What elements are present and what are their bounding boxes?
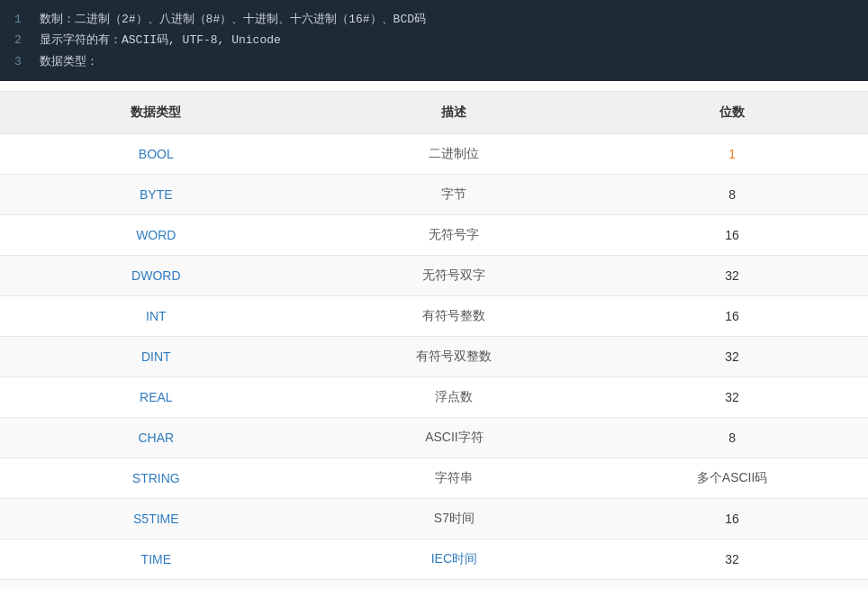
cell-desc: ASCII字符 xyxy=(312,418,597,458)
col-header-bits: 位数 xyxy=(596,92,868,134)
cell-type: CHAR xyxy=(0,418,312,458)
cell-type: DINT xyxy=(0,337,312,377)
cell-bits: 32 xyxy=(596,539,868,580)
cell-bits: 多个ASCII码 xyxy=(596,458,868,499)
cell-desc: 无符号字 xyxy=(312,215,597,256)
cell-bits: 32 xyxy=(596,337,868,377)
code-line-3: 3 数据类型： xyxy=(14,51,854,72)
code-text-2: 显示字符的有：ASCII码, UTF-8, Unicode xyxy=(40,30,281,50)
table-row: BOOL二进制位1 xyxy=(0,134,868,175)
cell-type: TIME xyxy=(0,539,312,580)
cell-desc: 有符号整数 xyxy=(312,296,597,337)
table-row: REAL浮点数32 xyxy=(0,377,868,418)
cell-bits: 32 xyxy=(596,256,868,296)
cell-type: BOOL xyxy=(0,134,312,175)
cell-desc: IEC时间 xyxy=(312,539,597,580)
col-header-type: 数据类型 xyxy=(0,92,312,134)
line-number-2: 2 xyxy=(14,30,29,50)
line-number-3: 3 xyxy=(14,51,29,72)
cell-desc: 无符号双字 xyxy=(312,256,597,296)
cell-desc: IEC日期 xyxy=(312,580,597,589)
table-row: DWORD无符号双字32 xyxy=(0,256,868,296)
table-row: S5TIMES7时间16 xyxy=(0,499,868,539)
cell-bits: 32 xyxy=(596,377,868,418)
table-row: DATEIEC日期16 xyxy=(0,580,868,589)
cell-desc: S7时间 xyxy=(312,499,597,539)
code-line-2: 2 显示字符的有：ASCII码, UTF-8, Unicode xyxy=(14,30,854,50)
cell-type: INT xyxy=(0,296,312,337)
table-row: STRING字符串多个ASCII码 xyxy=(0,458,868,499)
cell-bits: 8 xyxy=(596,418,868,458)
cell-bits: 16 xyxy=(596,296,868,337)
data-table-container: 数据类型 描述 位数 BOOL二进制位1BYTE字节8WORD无符号字16DWO… xyxy=(0,92,868,589)
table-row: BYTE字节8 xyxy=(0,175,868,215)
code-text-1: 数制：二进制（2#）、八进制（8#）、十进制、十六进制（16#）、BCD码 xyxy=(40,9,426,30)
cell-bits: 1 xyxy=(596,134,868,175)
cell-desc: 二进制位 xyxy=(312,134,597,175)
cell-bits: 16 xyxy=(596,499,868,539)
table-header-row: 数据类型 描述 位数 xyxy=(0,92,868,134)
table-row: CHARASCII字符8 xyxy=(0,418,868,458)
table-row: INT有符号整数16 xyxy=(0,296,868,337)
cell-bits: 16 xyxy=(596,580,868,589)
code-block: 1 数制：二进制（2#）、八进制（8#）、十进制、十六进制（16#）、BCD码 … xyxy=(0,0,868,81)
cell-desc: 字节 xyxy=(312,175,597,215)
code-line-1: 1 数制：二进制（2#）、八进制（8#）、十进制、十六进制（16#）、BCD码 xyxy=(14,9,854,30)
line-number-1: 1 xyxy=(14,9,29,30)
cell-desc: 有符号双整数 xyxy=(312,337,597,377)
cell-desc: 字符串 xyxy=(312,458,597,499)
table-row: TIMEIEC时间32 xyxy=(0,539,868,580)
cell-bits: 8 xyxy=(596,175,868,215)
cell-type: STRING xyxy=(0,458,312,499)
cell-type: DWORD xyxy=(0,256,312,296)
table-row: DINT有符号双整数32 xyxy=(0,337,868,377)
cell-type: DATE xyxy=(0,580,312,589)
data-table: 数据类型 描述 位数 BOOL二进制位1BYTE字节8WORD无符号字16DWO… xyxy=(0,92,868,589)
cell-type: BYTE xyxy=(0,175,312,215)
cell-type: REAL xyxy=(0,377,312,418)
cell-bits: 16 xyxy=(596,215,868,256)
col-header-desc: 描述 xyxy=(312,92,597,134)
cell-type: WORD xyxy=(0,215,312,256)
code-text-3: 数据类型： xyxy=(40,51,98,72)
cell-desc: 浮点数 xyxy=(312,377,597,418)
table-row: WORD无符号字16 xyxy=(0,215,868,256)
cell-type: S5TIME xyxy=(0,499,312,539)
